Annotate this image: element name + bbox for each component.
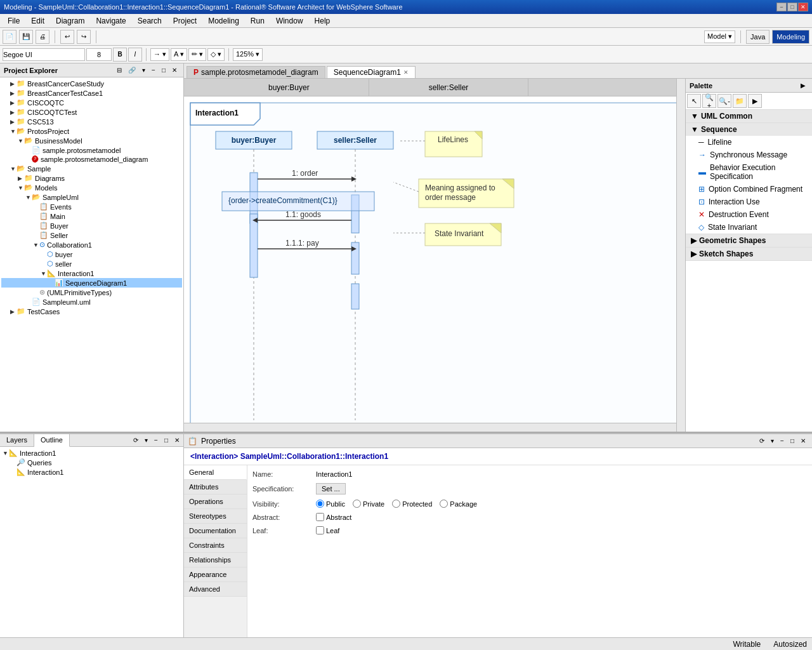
tree-item-breastcancer[interactable]: ▶ 📁 BreastCancerCaseStudy — [1, 79, 182, 88]
maximize-panel-icon[interactable]: □ — [159, 65, 168, 75]
palette-zoom-in-tool[interactable]: 🔍+ — [702, 94, 716, 108]
tree-item-collaboration1[interactable]: ▼ ⊙ Collaboration1 — [1, 240, 182, 249]
font-family-input[interactable] — [3, 48, 85, 61]
text-dropdown[interactable]: A ▾ — [171, 48, 187, 61]
menu-run[interactable]: Run — [246, 15, 270, 27]
tab-protosmetamodel[interactable]: P sample.protosmetamodel_diagram — [187, 66, 325, 78]
menu-edit[interactable]: Edit — [26, 15, 49, 27]
close-panel-icon[interactable]: ✕ — [169, 65, 180, 75]
arrow-dropdown[interactable]: → ▾ — [150, 48, 169, 61]
props-tab-attributes[interactable]: Attributes — [184, 480, 247, 494]
props-close-icon[interactable]: ✕ — [798, 436, 808, 446]
tree-item-ciscoqtc[interactable]: ▶ 📁 CISCOQTC — [1, 98, 182, 107]
props-sync-icon[interactable]: ⟳ — [757, 436, 767, 446]
menu-diagram[interactable]: Diagram — [51, 15, 89, 27]
outline-maximize-icon[interactable]: □ — [162, 435, 171, 445]
tab-outline[interactable]: Outline — [34, 434, 70, 447]
tree-item-sample[interactable]: ▼ 📂 Sample — [1, 164, 182, 173]
tree-item-protosproject[interactable]: ▼ 📂 ProtosProject — [1, 126, 182, 136]
tree-item-interaction1[interactable]: ▼ 📐 Interaction1 — [1, 269, 182, 278]
italic-button[interactable]: I — [128, 48, 142, 62]
new-button[interactable]: 📄 — [3, 30, 16, 44]
model-dropdown[interactable]: Model ▾ — [704, 30, 735, 43]
radio-private-input[interactable] — [353, 500, 361, 508]
radio-public-input[interactable] — [316, 500, 324, 508]
tree-item-models[interactable]: ▼ 📂 Models — [1, 183, 182, 192]
tree-item-seller-lifeline[interactable]: ⬡ seller — [1, 259, 182, 269]
tree-item-buyer[interactable]: 📋 Buyer — [1, 221, 182, 230]
bold-button[interactable]: B — [113, 48, 127, 62]
menu-search[interactable]: Search — [133, 15, 167, 27]
print-button[interactable]: 🖨 — [36, 30, 49, 44]
props-tab-general[interactable]: General — [184, 465, 247, 480]
palette-expand-icon[interactable]: ▶ — [798, 81, 808, 90]
java-tab-button[interactable]: Java — [746, 30, 769, 44]
tree-item-csc513[interactable]: ▶ 📁 CSC513 — [1, 117, 182, 126]
menu-navigate[interactable]: Navigate — [91, 15, 131, 27]
menu-help[interactable]: Help — [310, 15, 336, 27]
props-tab-appearance[interactable]: Appearance — [184, 567, 247, 582]
props-tab-relationships[interactable]: Relationships — [184, 553, 247, 567]
radio-private[interactable]: Private — [353, 500, 384, 508]
tree-item-primitive[interactable]: ⊛ (UMLPrimitiveTypes) — [1, 288, 182, 297]
tree-item-diagrams[interactable]: ▶ 📁 Diagrams — [1, 173, 182, 183]
menu-icon[interactable]: ▾ — [140, 65, 148, 75]
props-minimize-icon[interactable]: − — [778, 436, 787, 446]
outline-item-interaction1-root[interactable]: ▼ 📐 Interaction1 — [1, 448, 182, 458]
collapse-all-icon[interactable]: ⊟ — [114, 65, 124, 75]
save-button[interactable]: 💾 — [19, 30, 33, 44]
radio-package-input[interactable] — [440, 500, 448, 508]
tree-item-ciscoqtctest[interactable]: ▶ 📁 CISCOQTCTest — [1, 107, 182, 117]
tab-sequencediagram1[interactable]: SequenceDiagram1 ✕ — [327, 66, 416, 78]
minimize-button[interactable]: − — [776, 3, 787, 11]
palette-item-state-invariant[interactable]: ◇ State Invariant — [686, 221, 812, 234]
outline-minimize-icon[interactable]: − — [152, 435, 160, 445]
tree-item-breastcancertest[interactable]: ▶ 📁 BreastCancerTestCase1 — [1, 88, 182, 98]
palette-item-destruction-event[interactable]: ✕ Destruction Event — [686, 208, 812, 221]
props-tab-stereotypes[interactable]: Stereotypes — [184, 509, 247, 524]
leaf-checkbox-label[interactable]: Leaf — [316, 526, 339, 534]
props-tab-documentation[interactable]: Documentation — [184, 524, 247, 538]
minimize-panel-icon[interactable]: − — [149, 65, 158, 75]
props-tab-constraints[interactable]: Constraints — [184, 538, 247, 553]
horizontal-scrollbar[interactable] — [184, 423, 676, 432]
tree-item-businessmodel[interactable]: ▼ 📂 BusinessModel — [1, 136, 182, 145]
diagram-canvas-area[interactable]: buyer:Buyer seller:Seller Interaction1 b… — [184, 79, 685, 432]
radio-protected[interactable]: Protected — [392, 500, 432, 508]
tree-item-buyer-lifeline[interactable]: ⬡ buyer — [1, 249, 182, 259]
palette-select-tool[interactable]: ↖ — [687, 94, 701, 108]
palette-section-geometric-header[interactable]: ▶ Geometric Shapes — [686, 234, 812, 247]
radio-package[interactable]: Package — [440, 500, 477, 508]
line-dropdown[interactable]: ✏ ▾ — [188, 48, 206, 61]
close-button[interactable]: ✕ — [798, 3, 808, 11]
menu-window[interactable]: Window — [271, 15, 308, 27]
link-editor-icon[interactable]: 🔗 — [126, 65, 138, 75]
outline-item-interaction1[interactable]: 📐 Interaction1 — [1, 467, 182, 477]
menu-project[interactable]: Project — [168, 15, 202, 27]
tree-item-events[interactable]: 📋 Events — [1, 202, 182, 211]
palette-section-sketch-header[interactable]: ▶ Sketch Shapes — [686, 248, 812, 260]
props-maximize-icon[interactable]: □ — [788, 436, 797, 446]
palette-item-interaction-use[interactable]: ⊡ Interaction Use — [686, 196, 812, 208]
sync-icon[interactable]: ⟳ — [131, 435, 141, 445]
modeling-tab-button[interactable]: Modeling — [772, 30, 809, 44]
radio-protected-input[interactable] — [392, 500, 400, 508]
palette-zoom-out-tool[interactable]: 🔍- — [717, 94, 731, 108]
outline-close-icon[interactable]: ✕ — [172, 435, 182, 445]
palette-item-sync-message[interactable]: → Synchronous Message — [686, 149, 812, 161]
maximize-button[interactable]: □ — [787, 3, 797, 11]
tree-item-sample-meta-diagram[interactable]: 🅟 sample.protosmetamodel_diagram — [1, 155, 182, 164]
tab-close-icon[interactable]: ✕ — [403, 69, 409, 76]
vertical-scrollbar[interactable] — [676, 79, 685, 432]
leaf-checkbox[interactable] — [316, 526, 324, 534]
redo-button[interactable]: ↪ — [77, 30, 91, 44]
tree-item-sequencediagram1[interactable]: 📊 SequenceDiagram1 — [1, 278, 182, 288]
tree-item-testcases[interactable]: ▶ 📁 TestCases — [1, 307, 182, 316]
abstract-checkbox-label[interactable]: Abstract — [316, 513, 351, 521]
palette-section-umlcommon-header[interactable]: ▼ UML Common — [686, 110, 812, 123]
palette-item-behavior-exec[interactable]: ▬ Behavior Execution Specification — [686, 161, 812, 183]
tree-item-sample-meta[interactable]: 📄 sample.protosmetamodel — [1, 145, 182, 155]
palette-item-lifeline[interactable]: ─ Lifeline — [686, 136, 812, 149]
menu-file[interactable]: File — [3, 15, 25, 27]
font-size-input[interactable] — [86, 48, 112, 61]
